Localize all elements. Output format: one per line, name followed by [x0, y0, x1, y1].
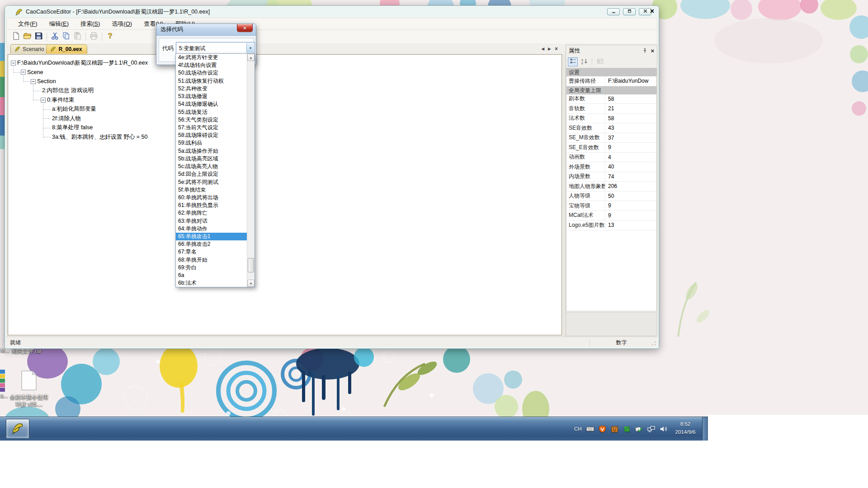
tree-expander-icon[interactable] [31, 79, 36, 84]
property-value[interactable]: 58 [605, 96, 656, 102]
menu-item[interactable]: 编辑(E) [43, 18, 75, 30]
print-button[interactable] [88, 31, 99, 42]
open-file-button[interactable] [22, 31, 33, 42]
code-option[interactable]: 60:单挑武将出场 [176, 194, 247, 202]
code-option[interactable]: 69:旁白 [176, 264, 247, 272]
combo-dropdown-button[interactable]: ▼ [246, 43, 254, 53]
property-value[interactable]: 13 [605, 222, 656, 228]
clover-icon[interactable] [623, 425, 631, 433]
scrollbar-thumb[interactable] [248, 258, 254, 272]
property-value[interactable]: 40 [605, 164, 656, 170]
speaker-icon[interactable] [660, 425, 667, 433]
code-option[interactable]: 4e:武将方针变更 [176, 54, 247, 61]
tab-r-00-eex[interactable]: R_00.eex [46, 44, 87, 54]
show-desktop-button[interactable] [702, 417, 708, 441]
network-icon[interactable] [647, 425, 655, 433]
property-value[interactable]: 21 [605, 105, 656, 112]
tree-node[interactable]: 2:内部信息 游戏说明 [41, 86, 94, 95]
menu-item[interactable]: 选项(O) [106, 18, 138, 30]
code-option[interactable]: 63:单挑对话 [176, 217, 247, 225]
restore-button[interactable] [623, 8, 636, 15]
shield-icon[interactable] [599, 425, 606, 433]
code-option[interactable]: 5d:回合上限设定 [176, 170, 247, 178]
categorized-button[interactable] [568, 57, 578, 66]
az-sort-button[interactable]: AZ [579, 57, 589, 66]
copy-button[interactable] [61, 31, 72, 42]
code-option[interactable]: 57:当前天气设定 [176, 124, 247, 131]
code-option[interactable]: 6a [176, 272, 247, 279]
scroll-down-icon[interactable]: ▼ [247, 280, 255, 287]
code-option[interactable]: 6b:法术 [176, 279, 247, 287]
code-option[interactable]: 51:战场恢复行动权 [176, 77, 247, 85]
code-combobox[interactable]: 5:变量测试 ▼ [176, 42, 255, 54]
tree-expander-icon[interactable] [41, 98, 46, 103]
code-option[interactable]: 62:单挑阵亡 [176, 209, 247, 217]
tree-node[interactable]: F:\BaiduYunDownload\新蜀汉桃园一梦1.1\R_00.eex [11, 58, 148, 67]
prop-pages-button[interactable] [595, 57, 605, 66]
code-option[interactable]: 68:单挑开始 [176, 256, 247, 264]
tree-node[interactable]: Section [31, 77, 56, 86]
code-option[interactable]: 5f:单挑结束 [176, 186, 247, 194]
code-option[interactable]: 50:战场动作设定 [176, 69, 247, 77]
dialog-close-button[interactable]: × [237, 24, 253, 32]
menu-item[interactable]: 搜索(S) [75, 18, 106, 30]
tree-node[interactable]: Scene [21, 68, 43, 77]
tree-node[interactable]: a:初始化局部变量 [51, 105, 96, 114]
code-option[interactable]: 65:单挑攻击1 [176, 233, 247, 240]
property-row[interactable]: SE音效数43 [566, 123, 656, 133]
code-option[interactable]: 64:单挑动作 [176, 225, 247, 233]
code-option[interactable]: 54:战场撤退确认 [176, 100, 247, 108]
next-tab-icon[interactable]: ▶ [548, 47, 551, 51]
property-value[interactable]: 206 [605, 183, 656, 189]
property-value[interactable]: 43 [605, 125, 656, 131]
property-value[interactable]: 37 [605, 135, 656, 141]
code-option[interactable]: 55:战场复活 [176, 108, 247, 116]
property-value[interactable]: 58 [605, 115, 656, 122]
tree-node[interactable]: 0:事件结束 [41, 95, 74, 104]
property-row[interactable]: Logo.e5图片数13 [566, 221, 656, 230]
code-option[interactable]: 5b:战场高亮区域 [176, 155, 247, 163]
tree-node[interactable]: 8:菜单处理 false [51, 123, 93, 132]
help-button[interactable]: ? [104, 31, 116, 42]
cat-icon[interactable] [611, 425, 618, 433]
resize-grip[interactable] [651, 341, 656, 346]
scroll-up-icon[interactable]: ▲ [247, 54, 255, 61]
tab-scenario[interactable]: Scenario [10, 44, 49, 54]
property-value[interactable]: F:\BaiduYunDow [605, 78, 656, 84]
desktop-icon-books[interactable] [0, 370, 5, 392]
property-category[interactable]: 全局变量上限 [566, 86, 656, 94]
prev-tab-icon[interactable]: ◀ [541, 47, 544, 51]
desktop-icon-label-partial-a[interactable]: a... [0, 393, 8, 399]
property-row[interactable]: 人物等级50 [566, 192, 656, 202]
code-option[interactable]: 58:战场障碍设定 [176, 131, 247, 139]
new-file-button[interactable] [10, 31, 22, 42]
property-row[interactable]: MCall法术9 [566, 211, 656, 221]
cut-button[interactable] [49, 31, 61, 42]
property-category[interactable]: 设置 [566, 68, 656, 76]
property-value[interactable]: 9 [605, 212, 656, 219]
card-check-icon[interactable] [635, 425, 643, 433]
language-indicator[interactable]: CH [574, 426, 582, 432]
keyboard-icon[interactable] [586, 425, 594, 433]
property-row[interactable]: SE_M音效数37 [566, 133, 656, 143]
property-value[interactable]: 74 [605, 174, 656, 180]
property-value[interactable]: 4 [605, 154, 656, 160]
titlebar[interactable]: CaoCaoSceEditor - [F:\BaiduYunDownload\新… [5, 6, 659, 18]
property-row[interactable]: SE_E音效数9 [566, 143, 656, 153]
code-option[interactable]: 59:战利品 [176, 139, 247, 147]
code-option[interactable]: 66:单挑攻击2 [176, 240, 247, 248]
property-row[interactable]: 音轨数21 [566, 104, 656, 114]
pin-icon[interactable] [641, 47, 649, 54]
property-value[interactable]: 50 [605, 193, 656, 199]
code-option[interactable]: 61:单挑胜负显示 [176, 202, 247, 209]
code-option[interactable]: 53:战场撤退 [176, 93, 247, 100]
code-option[interactable]: 5c:战场高亮人物 [176, 163, 247, 170]
property-row[interactable]: 外场景数40 [566, 162, 656, 172]
code-option[interactable]: 56:天气类别设定 [176, 116, 247, 124]
paste-button[interactable] [72, 31, 83, 42]
tree-expander-icon[interactable] [21, 70, 26, 75]
code-option[interactable]: 4f:战场转向设置 [176, 61, 247, 69]
property-row[interactable]: 法术数58 [566, 114, 656, 124]
tree-node[interactable]: 3a:钱、剧本跳转、忠奸设置 野心 = 50 [51, 132, 148, 141]
desktop-icon-doc[interactable]: 全剧本指令使用详解 v05.... [8, 371, 50, 408]
